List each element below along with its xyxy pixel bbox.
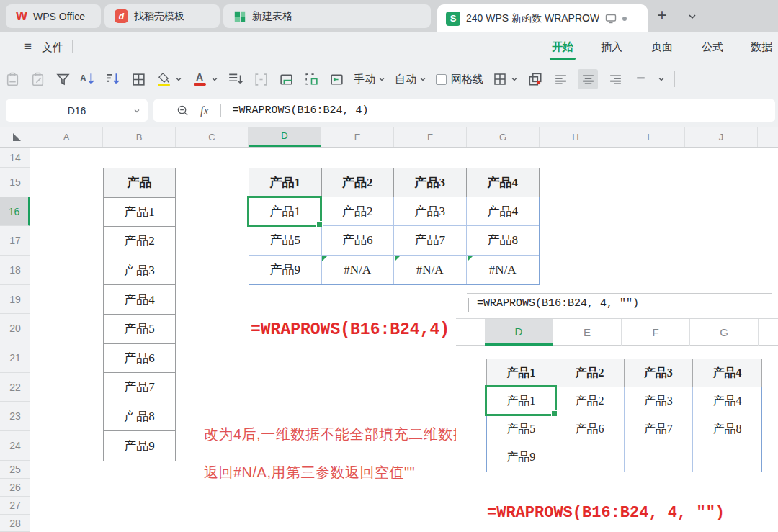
column-header-C[interactable]: C	[176, 127, 249, 147]
column-header-J[interactable]: J	[685, 127, 758, 147]
borders-icon[interactable]	[130, 71, 146, 87]
result-table-cell[interactable]: 产品7	[394, 226, 467, 255]
result-table-cell[interactable]: 产品1	[249, 197, 322, 226]
row-header-19[interactable]: 19	[0, 285, 30, 314]
column-header-A[interactable]: A	[30, 127, 103, 147]
gridlines-toggle[interactable]: 网格线	[436, 73, 483, 86]
menu-tab-home[interactable]: 开始	[548, 40, 577, 54]
result-table-cell[interactable]: #N/A	[467, 256, 540, 284]
fx-icon[interactable]: fx	[200, 104, 209, 117]
tab-list-chevron-icon[interactable]	[688, 12, 697, 21]
source-table-cell[interactable]: 产品4	[104, 285, 175, 315]
result-table-cell[interactable]: 产品2	[322, 197, 395, 226]
menu-file[interactable]: 文件	[42, 41, 63, 55]
align-left-icon[interactable]	[553, 71, 568, 87]
row-header-27[interactable]: 27	[0, 497, 30, 515]
new-tab-button[interactable]: +	[652, 6, 672, 25]
zoom-out-icon[interactable]	[176, 104, 189, 117]
menu-tab-insert[interactable]: 插入	[597, 40, 626, 54]
sort-descending-icon[interactable]	[105, 71, 121, 87]
more-tools-chevron-icon[interactable]	[658, 76, 665, 83]
result-table-cell[interactable]: 产品3	[394, 197, 467, 226]
tab-wps-office[interactable]: W WPS Office	[6, 4, 101, 28]
result-table-cell[interactable]: 产品6	[322, 226, 395, 255]
row-header-26[interactable]: 26	[0, 479, 30, 497]
row-header-21[interactable]: 21	[0, 343, 30, 373]
result-table-header-cell[interactable]: 产品4	[467, 168, 540, 197]
row-header-18[interactable]: 18	[0, 256, 30, 285]
split-cells-icon[interactable]	[303, 71, 319, 87]
column-header-B[interactable]: B	[103, 127, 176, 147]
vertical-align-icon[interactable]	[632, 71, 648, 87]
wrap-text-icon[interactable]	[328, 71, 344, 87]
overlay-table-cell	[693, 443, 761, 472]
result-table-header-cell[interactable]: 产品2	[322, 168, 395, 197]
source-table-cell[interactable]: 产品7	[104, 373, 175, 402]
row-header-20[interactable]: 20	[0, 314, 30, 343]
result-table-cell[interactable]: #N/A	[394, 256, 467, 284]
source-table-cell[interactable]: 产品9	[104, 431, 175, 461]
gridlines-checkbox[interactable]	[436, 74, 447, 85]
source-table-cell[interactable]: 产品8	[104, 402, 175, 432]
hamburger-menu-icon[interactable]: ≡	[24, 40, 32, 54]
row-header-17[interactable]: 17	[0, 226, 30, 256]
source-table-cell[interactable]: 产品5	[104, 315, 175, 344]
view-grid-dropdown[interactable]	[493, 72, 518, 86]
result-table-cell[interactable]: #N/A	[322, 256, 395, 284]
column-header-G[interactable]: G	[467, 127, 540, 147]
row-header-25[interactable]: 25	[0, 461, 30, 479]
merge-cells-icon[interactable]	[253, 71, 269, 87]
remove-duplicates-icon[interactable]	[527, 71, 543, 87]
source-table-cell[interactable]: 产品3	[104, 256, 175, 286]
sort-ascending-icon[interactable]: A	[80, 71, 96, 87]
source-table-cell[interactable]: 产品2	[104, 227, 175, 256]
row-header-23[interactable]: 23	[0, 402, 30, 431]
paste-values-icon[interactable]	[4, 71, 20, 87]
column-header-I[interactable]: I	[612, 127, 685, 147]
result-table-cell[interactable]: 产品5	[249, 226, 322, 255]
tab-active-document[interactable]: S 240 WPS 新函数 WRAPROW	[437, 4, 648, 32]
row-header-24[interactable]: 24	[0, 431, 30, 461]
formula-bar[interactable]: fx =WRAPROWS(B16:B24, 4)	[153, 99, 775, 122]
filter-icon[interactable]	[55, 71, 71, 87]
menu-tab-data[interactable]: 数据	[747, 40, 776, 54]
result-table-header-cell[interactable]: 产品3	[394, 168, 467, 197]
row-header-16[interactable]: 16	[0, 197, 30, 226]
tab-docer-templates[interactable]: d 找稻壳模板	[104, 4, 220, 28]
align-right-icon[interactable]	[607, 71, 623, 87]
source-table-cell[interactable]: 产品6	[104, 344, 175, 374]
row-height-icon[interactable]	[228, 71, 243, 87]
pasted-screenshot[interactable]: =WRAPROWS(B16:B24, 4, ″″) DEFG 产品1产品2产品3…	[456, 289, 778, 482]
tab-label: WPS Office	[33, 11, 85, 22]
overlay-table-cell: 产品2	[555, 387, 624, 415]
row-header-22[interactable]: 22	[0, 373, 30, 402]
result-table-cell[interactable]: 产品4	[467, 197, 540, 226]
freeze-panes-icon[interactable]	[278, 71, 294, 87]
tab-new-sheet[interactable]: 新建表格	[223, 4, 431, 28]
align-center-icon[interactable]	[578, 69, 598, 89]
row-header-28[interactable]: 28	[0, 515, 30, 532]
formula-input[interactable]: =WRAPROWS(B16:B24, 4)	[233, 104, 369, 117]
menu-tab-page[interactable]: 页面	[648, 40, 676, 54]
result-table-cell[interactable]: 产品8	[467, 226, 540, 255]
column-header-H[interactable]: H	[540, 127, 612, 147]
calc-manual-dropdown[interactable]: 手动	[354, 73, 385, 86]
paste-format-icon[interactable]	[30, 71, 45, 87]
result-table-cell[interactable]: 产品9	[249, 256, 322, 284]
row-header-14[interactable]: 14	[0, 148, 30, 168]
result-table-header-cell[interactable]: 产品1	[249, 168, 322, 197]
column-header-E[interactable]: E	[321, 127, 394, 147]
column-header-F[interactable]: F	[394, 127, 467, 147]
name-box-chevron-icon[interactable]	[133, 107, 140, 114]
row-header-15[interactable]: 15	[0, 168, 30, 197]
fill-color-button[interactable]	[156, 71, 182, 87]
select-all-corner[interactable]	[13, 133, 21, 141]
menu-tab-formulas[interactable]: 公式	[698, 40, 727, 54]
name-box[interactable]: D16	[6, 99, 148, 122]
overlay-table-cell: 产品4	[693, 387, 761, 415]
font-color-button[interactable]: A	[192, 71, 218, 87]
calc-auto-dropdown[interactable]: 自动	[395, 73, 426, 86]
source-table-header-cell[interactable]: 产品	[104, 168, 175, 198]
source-table-cell[interactable]: 产品1	[104, 198, 175, 227]
column-header-D[interactable]: D	[249, 127, 321, 147]
